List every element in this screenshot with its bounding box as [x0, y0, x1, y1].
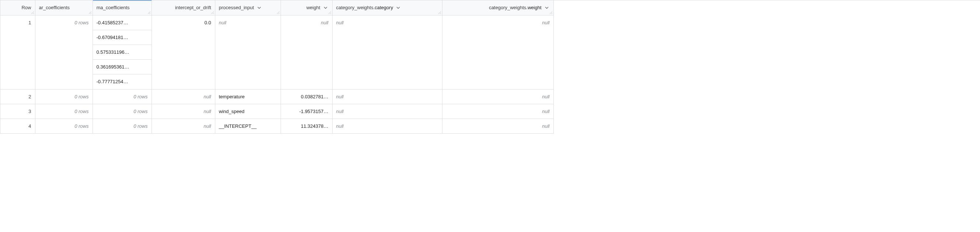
- svg-line-12: [438, 11, 441, 14]
- svg-line-7: [213, 13, 214, 14]
- svg-line-1: [33, 13, 34, 14]
- table-row: 3 0 rows 0 rows null wind_speed -1.95731…: [0, 104, 554, 118]
- cell-category-weights-weight: null: [442, 15, 554, 89]
- caret-down-icon[interactable]: [544, 5, 550, 11]
- header-label: processed_input: [219, 5, 254, 10]
- table-row: 4 0 rows 0 rows null __INTERCEPT__ 11.32…: [0, 118, 554, 133]
- cell-category-weights-category: null: [332, 104, 442, 118]
- ma-coefficients-list: -0.41585237… -0.67094181… 0.575331196… 0…: [93, 16, 151, 89]
- cell-ar-coefficients: 0 rows: [35, 118, 92, 133]
- cell-ar-coefficients: 0 rows: [35, 15, 92, 89]
- cell-intercept-or-drift: null: [151, 104, 215, 118]
- svg-line-11: [330, 13, 331, 14]
- list-item: -0.77771254…: [93, 74, 151, 89]
- list-item: -0.67094181…: [93, 30, 151, 45]
- cell-row-number: 1: [0, 15, 35, 89]
- header-label: weight: [306, 5, 320, 10]
- table-row: 1 0 rows -0.41585237… -0.67094181… 0.575…: [0, 15, 554, 89]
- cell-category-weights-weight: null: [442, 118, 554, 133]
- resize-handle-icon[interactable]: [549, 11, 553, 14]
- header-category-weights-weight[interactable]: category_weights.weight: [442, 0, 554, 15]
- svg-line-13: [440, 13, 441, 14]
- cell-category-weights-weight: null: [442, 89, 554, 104]
- resize-handle-icon[interactable]: [30, 11, 34, 14]
- svg-line-6: [211, 11, 214, 14]
- svg-line-3: [90, 13, 91, 14]
- header-label-prefix: category_weights.: [489, 5, 528, 10]
- results-table: Row ar_coefficients ma_coefficients inte…: [0, 0, 554, 134]
- svg-line-0: [31, 11, 34, 14]
- header-label-field: weight: [528, 5, 542, 10]
- cell-processed-input: null: [215, 15, 281, 89]
- svg-line-15: [551, 13, 552, 14]
- caret-down-icon[interactable]: [395, 5, 401, 11]
- header-label: ar_coefficients: [39, 5, 70, 10]
- cell-ar-coefficients: 0 rows: [35, 89, 92, 104]
- header-weight[interactable]: weight: [281, 0, 332, 15]
- header-label-field: category: [375, 5, 393, 10]
- svg-line-4: [148, 11, 150, 14]
- svg-line-8: [277, 11, 280, 14]
- list-item: -0.41585237…: [93, 16, 151, 30]
- header-category-weights-category[interactable]: category_weights.category: [332, 0, 442, 15]
- header-ar-coefficients[interactable]: ar_coefficients: [35, 0, 92, 15]
- cell-weight: -1.9573157…: [281, 104, 332, 118]
- caret-down-icon[interactable]: [323, 5, 329, 11]
- header-row: Row ar_coefficients ma_coefficients inte…: [0, 0, 554, 15]
- cell-processed-input: __INTERCEPT__: [215, 118, 281, 133]
- cell-category-weights-weight: null: [442, 104, 554, 118]
- header-ma-coefficients[interactable]: ma_coefficients: [92, 0, 151, 15]
- header-processed-input[interactable]: processed_input: [215, 0, 281, 15]
- cell-category-weights-category: null: [332, 89, 442, 104]
- resize-handle-icon[interactable]: [328, 11, 331, 14]
- cell-weight: 0.0382781…: [281, 89, 332, 104]
- cell-weight: null: [281, 15, 332, 89]
- cell-row-number: 2: [0, 89, 35, 104]
- svg-line-5: [150, 13, 150, 14]
- header-row-number[interactable]: Row: [0, 0, 35, 15]
- cell-ma-coefficients: 0 rows: [92, 104, 151, 118]
- resize-handle-icon[interactable]: [88, 11, 92, 14]
- cell-ma-coefficients: -0.41585237… -0.67094181… 0.575331196… 0…: [92, 15, 151, 89]
- table-row: 2 0 rows 0 rows null temperature 0.03827…: [0, 89, 554, 104]
- header-label: Row: [21, 5, 31, 10]
- header-label: intercept_or_drift: [175, 5, 211, 10]
- cell-row-number: 4: [0, 118, 35, 133]
- cell-intercept-or-drift: null: [151, 89, 215, 104]
- header-label-prefix: category_weights.: [336, 5, 375, 10]
- cell-processed-input: wind_speed: [215, 104, 281, 118]
- resize-handle-icon[interactable]: [210, 11, 214, 14]
- cell-ma-coefficients: 0 rows: [92, 118, 151, 133]
- cell-row-number: 3: [0, 104, 35, 118]
- cell-ma-coefficients: 0 rows: [92, 89, 151, 104]
- caret-down-icon[interactable]: [256, 5, 262, 11]
- list-item: 0.575331196…: [93, 45, 151, 60]
- svg-line-9: [278, 13, 280, 14]
- svg-line-2: [89, 11, 91, 14]
- cell-category-weights-category: null: [332, 118, 442, 133]
- resize-handle-icon[interactable]: [147, 11, 151, 14]
- svg-line-10: [329, 11, 331, 14]
- svg-line-14: [550, 11, 552, 14]
- header-intercept-or-drift[interactable]: intercept_or_drift: [151, 0, 215, 15]
- cell-processed-input: temperature: [215, 89, 281, 104]
- resize-handle-icon[interactable]: [276, 11, 280, 14]
- list-item: 0.361695361…: [93, 60, 151, 74]
- resize-handle-icon[interactable]: [438, 11, 441, 14]
- cell-intercept-or-drift: null: [151, 118, 215, 133]
- cell-intercept-or-drift: 0.0: [151, 15, 215, 89]
- cell-weight: 11.324378…: [281, 118, 332, 133]
- cell-ar-coefficients: 0 rows: [35, 104, 92, 118]
- header-label: ma_coefficients: [97, 5, 130, 10]
- cell-category-weights-category: null: [332, 15, 442, 89]
